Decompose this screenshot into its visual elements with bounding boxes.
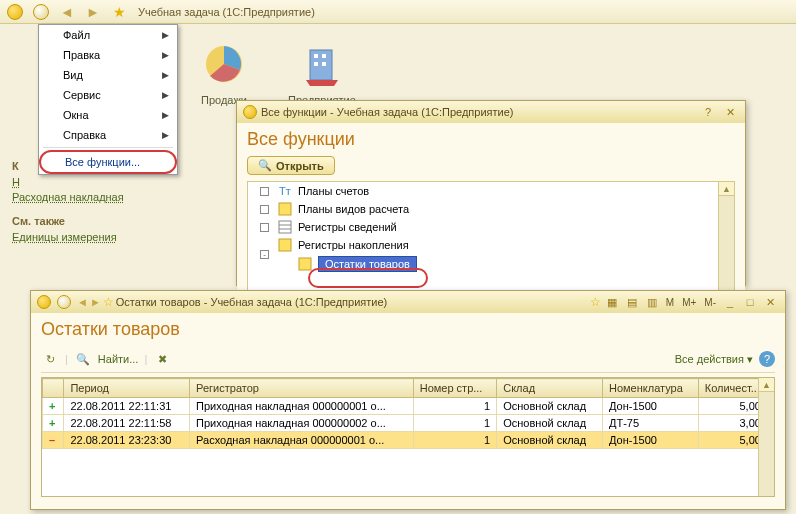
menu-file[interactable]: Файл▶ (39, 25, 177, 45)
submenu-arrow-icon: ▶ (162, 50, 169, 60)
collapse-icon[interactable]: - (260, 250, 269, 259)
arrow-right-icon: ► (86, 4, 100, 20)
menu-view[interactable]: Вид▶ (39, 65, 177, 85)
expand-icon[interactable] (260, 223, 269, 232)
star-icon[interactable]: ☆ (103, 295, 114, 309)
arrow-left-icon[interactable]: ◄ (77, 296, 88, 308)
menu-edit[interactable]: Правка▶ (39, 45, 177, 65)
shortcut-enterprise[interactable]: Предприятие (288, 40, 356, 106)
window-title: Все функции - Учебная задача (1С:Предпри… (261, 106, 514, 118)
submenu-arrow-icon: ▶ (162, 30, 169, 40)
calc-icon[interactable]: ▤ (623, 294, 641, 310)
favorites-button[interactable]: ★ (108, 2, 130, 22)
window-help-button[interactable]: ? (699, 104, 717, 120)
dropdown-button[interactable] (53, 292, 75, 312)
all-functions-window: Все функции - Учебная задача (1С:Предпри… (236, 100, 746, 286)
col-line[interactable]: Номер стр... (413, 379, 497, 398)
expand-icon[interactable] (260, 205, 269, 214)
functions-tree: ТтПланы счетов Планы видов расчета Регис… (247, 181, 735, 291)
left-link[interactable]: Расходная накладная (12, 191, 152, 203)
find-label[interactable]: Найти... (98, 353, 139, 365)
clear-filter-button[interactable]: ✖ (153, 350, 171, 368)
all-actions-button[interactable]: Все действия ▾ (675, 353, 753, 366)
menu-help[interactable]: Справка▶ (39, 125, 177, 145)
find-button[interactable]: 🔍 (74, 350, 92, 368)
tree-item-selected[interactable]: Остатки товаров (248, 254, 734, 274)
open-button[interactable]: 🔍 Открыть (247, 156, 335, 175)
table-row[interactable]: +22.08.2011 22:11:31Приходная накладная … (43, 398, 774, 415)
cell-warehouse: Основной склад (497, 415, 603, 432)
menu-service[interactable]: Сервис▶ (39, 85, 177, 105)
col-icon[interactable] (43, 379, 64, 398)
submenu-arrow-icon: ▶ (162, 90, 169, 100)
app-title: Учебная задача (1С:Предприятие) (138, 6, 315, 18)
calendar-icon[interactable]: ▥ (643, 294, 661, 310)
menu-label: Вид (63, 69, 83, 81)
nav-back-button[interactable]: ◄ (56, 2, 78, 22)
nav-fwd-button[interactable]: ► (82, 2, 104, 22)
arrow-right-icon[interactable]: ► (90, 296, 101, 308)
table-row[interactable]: –22.08.2011 23:23:30Расходная накладная … (43, 432, 774, 449)
scroll-up-icon[interactable]: ▲ (719, 182, 734, 196)
desktop-shortcuts: Продажи Предприятие (200, 40, 356, 106)
help-button[interactable]: ? (759, 351, 775, 367)
accounts-icon: Тт (278, 184, 292, 198)
window-min-button[interactable]: _ (721, 294, 739, 310)
col-nomenclature[interactable]: Номенклатура (602, 379, 698, 398)
window-close-button[interactable]: ✕ (761, 294, 779, 310)
scroll-up-icon[interactable]: ▲ (759, 378, 774, 392)
svg-rect-13 (299, 258, 311, 270)
building-icon (298, 40, 346, 88)
cell-line: 1 (413, 415, 497, 432)
app-icon (37, 295, 51, 309)
expand-icon[interactable] (260, 187, 269, 196)
tree-scrollbar[interactable]: ▲ (718, 182, 734, 290)
app-menu-button[interactable] (4, 2, 26, 22)
menu-all-functions[interactable]: Все функции... (39, 150, 177, 174)
left-header-seealso: См. также (12, 215, 152, 227)
left-link[interactable]: Н (12, 176, 152, 188)
arrow-left-icon: ◄ (60, 4, 74, 20)
open-label: Открыть (276, 160, 324, 172)
table-row[interactable]: +22.08.2011 22:11:58Приходная накладная … (43, 415, 774, 432)
cell-registrar: Приходная накладная 000000001 о... (190, 398, 414, 415)
window-close-button[interactable]: ✕ (721, 104, 739, 120)
col-period[interactable]: Период (64, 379, 190, 398)
plus-icon: + (49, 417, 55, 429)
menu-windows[interactable]: Окна▶ (39, 105, 177, 125)
tree-item[interactable]: Регистры сведений (248, 218, 734, 236)
star-icon[interactable]: ☆ (590, 295, 601, 309)
tree-item[interactable]: Планы видов расчета (248, 200, 734, 218)
left-link[interactable]: Единицы измерения (12, 231, 152, 243)
magnifier-icon: 🔍 (258, 159, 272, 172)
tree-item[interactable]: ТтПланы счетов (248, 182, 734, 200)
refresh-button[interactable]: ↻ (41, 350, 59, 368)
tree-item[interactable]: -Регистры накопления (248, 236, 734, 254)
window-max-button[interactable]: □ (741, 294, 759, 310)
grid-scrollbar[interactable]: ▲ (758, 378, 774, 496)
svg-marker-6 (306, 80, 338, 86)
mem-m-button[interactable]: M (663, 297, 677, 308)
shortcut-sales[interactable]: Продажи (200, 40, 248, 106)
svg-rect-2 (314, 54, 318, 58)
svg-rect-8 (279, 203, 291, 215)
menu-separator (43, 147, 173, 148)
col-warehouse[interactable]: Склад (497, 379, 603, 398)
star-icon: ★ (113, 4, 126, 20)
cell-warehouse: Основной склад (497, 432, 603, 449)
cell-nomenclature: ДТ-75 (602, 415, 698, 432)
cell-registrar: Расходная накладная 000000001 о... (190, 432, 414, 449)
window-titlebar[interactable]: Все функции - Учебная задача (1С:Предпри… (237, 101, 745, 123)
mem-mplus-button[interactable]: M+ (679, 297, 699, 308)
register-window: ◄ ► ☆ Остатки товаров - Учебная задача (… (30, 290, 786, 510)
cell-registrar: Приходная накладная 000000002 о... (190, 415, 414, 432)
calc-types-icon (278, 202, 292, 216)
dropdown-button[interactable] (30, 2, 52, 22)
mem-mminus-button[interactable]: M- (701, 297, 719, 308)
tree-label: Остатки товаров (318, 256, 417, 272)
tool-icon[interactable]: ▦ (603, 294, 621, 310)
window-titlebar[interactable]: ◄ ► ☆ Остатки товаров - Учебная задача (… (31, 291, 785, 313)
submenu-arrow-icon: ▶ (162, 130, 169, 140)
app-icon (243, 105, 257, 119)
col-registrar[interactable]: Регистратор (190, 379, 414, 398)
